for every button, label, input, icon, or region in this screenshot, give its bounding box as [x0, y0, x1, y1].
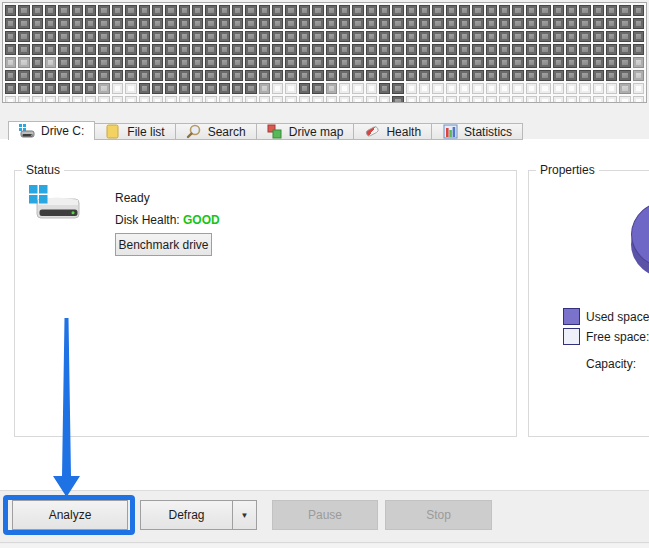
- free-block[interactable]: [633, 96, 644, 103]
- used-block[interactable]: [312, 70, 323, 81]
- mixed-block[interactable]: [619, 83, 630, 94]
- used-block[interactable]: [58, 57, 69, 68]
- used-block[interactable]: [566, 18, 577, 29]
- used-block[interactable]: [72, 70, 83, 81]
- used-block[interactable]: [419, 44, 430, 55]
- used-block[interactable]: [606, 44, 617, 55]
- free-block[interactable]: [5, 96, 16, 103]
- used-block[interactable]: [299, 5, 310, 16]
- used-block[interactable]: [366, 70, 377, 81]
- used-block[interactable]: [272, 70, 283, 81]
- used-block[interactable]: [205, 57, 216, 68]
- used-block[interactable]: [5, 83, 16, 94]
- free-block[interactable]: [593, 83, 604, 94]
- used-block[interactable]: [299, 44, 310, 55]
- used-block[interactable]: [72, 83, 83, 94]
- used-block[interactable]: [339, 31, 350, 42]
- used-block[interactable]: [379, 83, 390, 94]
- used-block[interactable]: [419, 70, 430, 81]
- used-block[interactable]: [606, 70, 617, 81]
- used-block[interactable]: [379, 57, 390, 68]
- used-block[interactable]: [112, 44, 123, 55]
- used-block[interactable]: [352, 31, 363, 42]
- used-block[interactable]: [112, 70, 123, 81]
- used-block[interactable]: [312, 83, 323, 94]
- free-block[interactable]: [579, 96, 590, 103]
- used-block[interactable]: [192, 83, 203, 94]
- used-block[interactable]: [593, 31, 604, 42]
- used-block[interactable]: [499, 44, 510, 55]
- used-block[interactable]: [32, 5, 43, 16]
- used-block[interactable]: [459, 44, 470, 55]
- used-block[interactable]: [205, 44, 216, 55]
- used-block[interactable]: [539, 57, 550, 68]
- used-block[interactable]: [32, 18, 43, 29]
- used-block[interactable]: [58, 70, 69, 81]
- used-block[interactable]: [18, 5, 29, 16]
- used-block[interactable]: [232, 31, 243, 42]
- used-block[interactable]: [633, 18, 644, 29]
- free-block[interactable]: [32, 96, 43, 103]
- free-block[interactable]: [352, 96, 363, 103]
- free-block[interactable]: [459, 96, 470, 103]
- used-block[interactable]: [152, 70, 163, 81]
- used-block[interactable]: [192, 5, 203, 16]
- free-block[interactable]: [165, 96, 176, 103]
- used-block[interactable]: [486, 57, 497, 68]
- used-block[interactable]: [205, 83, 216, 94]
- used-block[interactable]: [553, 31, 564, 42]
- used-block[interactable]: [125, 31, 136, 42]
- used-block[interactable]: [179, 83, 190, 94]
- used-block[interactable]: [139, 31, 150, 42]
- free-block[interactable]: [419, 96, 430, 103]
- used-block[interactable]: [152, 44, 163, 55]
- free-block[interactable]: [419, 83, 430, 94]
- free-block[interactable]: [352, 83, 363, 94]
- used-block[interactable]: [98, 70, 109, 81]
- used-block[interactable]: [165, 70, 176, 81]
- used-block[interactable]: [539, 5, 550, 16]
- used-block[interactable]: [179, 70, 190, 81]
- used-block[interactable]: [339, 18, 350, 29]
- used-block[interactable]: [606, 31, 617, 42]
- free-block[interactable]: [553, 83, 564, 94]
- free-block[interactable]: [366, 83, 377, 94]
- used-block[interactable]: [98, 31, 109, 42]
- used-block[interactable]: [205, 5, 216, 16]
- used-block[interactable]: [566, 5, 577, 16]
- used-block[interactable]: [553, 18, 564, 29]
- free-block[interactable]: [553, 96, 564, 103]
- used-block[interactable]: [432, 5, 443, 16]
- used-block[interactable]: [272, 57, 283, 68]
- used-block[interactable]: [179, 57, 190, 68]
- free-block[interactable]: [459, 83, 470, 94]
- used-block[interactable]: [72, 5, 83, 16]
- used-block[interactable]: [499, 5, 510, 16]
- free-block[interactable]: [593, 96, 604, 103]
- free-block[interactable]: [432, 96, 443, 103]
- used-block[interactable]: [72, 18, 83, 29]
- used-block[interactable]: [285, 70, 296, 81]
- free-block[interactable]: [58, 96, 69, 103]
- mixed-block[interactable]: [326, 83, 337, 94]
- used-block[interactable]: [326, 70, 337, 81]
- free-block[interactable]: [326, 96, 337, 103]
- used-block[interactable]: [339, 5, 350, 16]
- used-block[interactable]: [606, 5, 617, 16]
- used-block[interactable]: [566, 70, 577, 81]
- used-block[interactable]: [446, 18, 457, 29]
- used-block[interactable]: [593, 70, 604, 81]
- used-block[interactable]: [526, 44, 537, 55]
- used-block[interactable]: [125, 57, 136, 68]
- used-block[interactable]: [112, 18, 123, 29]
- used-block[interactable]: [152, 57, 163, 68]
- used-block[interactable]: [98, 18, 109, 29]
- used-block[interactable]: [579, 31, 590, 42]
- used-block[interactable]: [58, 18, 69, 29]
- tab-health[interactable]: Health: [354, 123, 432, 140]
- used-block[interactable]: [472, 31, 483, 42]
- used-block[interactable]: [606, 18, 617, 29]
- used-block[interactable]: [125, 18, 136, 29]
- used-block[interactable]: [45, 31, 56, 42]
- used-block[interactable]: [486, 18, 497, 29]
